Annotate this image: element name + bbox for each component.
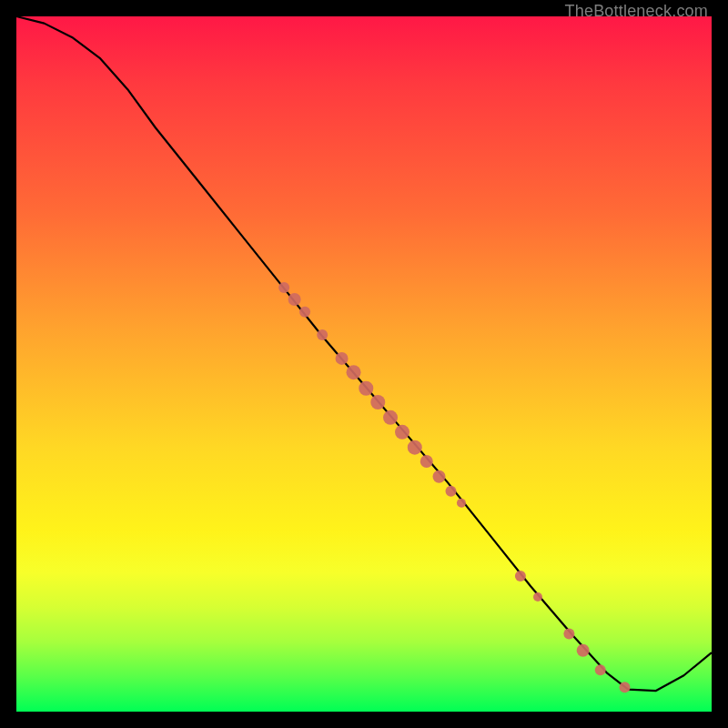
bottleneck-curve [16, 16, 712, 691]
data-marker [359, 381, 373, 396]
data-marker [408, 440, 422, 455]
data-marker [317, 329, 328, 340]
marker-layer [278, 282, 630, 693]
data-marker [577, 644, 590, 657]
data-marker [563, 628, 574, 639]
data-marker [433, 470, 446, 483]
data-marker [533, 592, 542, 602]
data-marker [347, 365, 361, 379]
data-marker [299, 307, 310, 318]
chart-stage: TheBottleneck.com [0, 0, 728, 728]
data-marker [515, 571, 526, 581]
data-marker [595, 664, 606, 675]
data-marker [370, 395, 385, 410]
data-marker [288, 293, 301, 306]
data-marker [620, 682, 631, 693]
plot-area [16, 16, 712, 712]
chart-overlay [16, 16, 712, 712]
data-marker [395, 425, 410, 440]
data-marker [278, 282, 289, 293]
data-marker [383, 410, 398, 425]
data-marker [457, 499, 466, 508]
data-marker [420, 455, 433, 468]
data-marker [446, 486, 457, 497]
data-marker [336, 352, 349, 365]
